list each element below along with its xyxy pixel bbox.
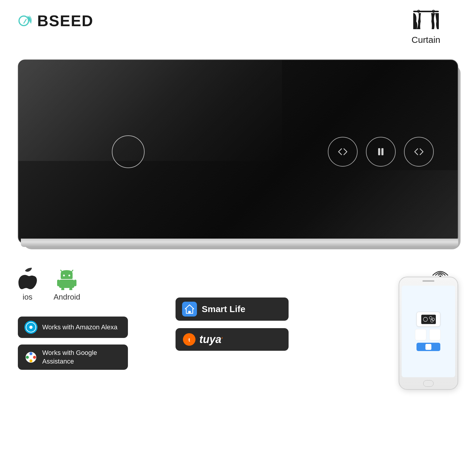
app-action-button [416,343,440,351]
svg-rect-4 [378,148,380,155]
svg-text:t: t [188,337,190,343]
badge-row: Works with Amazon Alexa Works with Goog [18,317,128,370]
google-icon [24,351,37,364]
alexa-icon [24,321,37,334]
switch-panel-wrapper [18,60,458,244]
platform-row: ios [18,268,128,302]
svg-point-20 [29,359,32,362]
svg-point-22 [29,356,32,359]
bseed-logo-icon [18,13,34,29]
apple-icon [18,268,37,290]
app-icon-1 [415,329,426,340]
curtain-pause-button[interactable] [366,137,396,167]
app-button-icon [425,344,431,350]
alexa-badge-text: Works with Amazon Alexa [42,323,118,332]
tuya-text: tuya› [199,333,223,346]
logo-area: BSEED [18,12,93,30]
smart-life-icon [182,302,197,317]
app-switch-icon [416,312,440,327]
panel-bottom-edge [21,239,458,247]
google-badge-text: Works with Google Assistance [42,349,121,366]
svg-rect-12 [74,280,76,286]
curtain-category: Curtain [411,9,440,45]
smart-life-badge: Smart Life [176,298,289,321]
curtain-icon [413,9,439,32]
app-icon-2 [429,329,441,340]
ios-label: ios [23,292,32,302]
curtain-controls [328,137,434,167]
svg-rect-5 [381,148,383,155]
ios-platform: ios [18,268,37,302]
android-icon [57,268,76,290]
svg-point-18 [29,352,32,355]
alexa-badge: Works with Amazon Alexa [18,317,128,338]
phone-mockup-area [399,277,458,390]
phone-home-button [423,380,434,387]
curtain-close-button[interactable] [404,137,434,167]
brand-name: BSEED [37,12,93,30]
switch-panel [18,60,458,244]
svg-point-8 [63,275,65,276]
smart-life-text: Smart Life [202,304,245,314]
svg-point-19 [33,356,36,359]
google-badge: Works with Google Assistance [18,345,128,370]
app-icons-grid [415,329,442,340]
tuya-logo: t tuya› [182,332,223,347]
curtain-label: Curtain [411,35,440,45]
android-platform: Android [54,268,80,302]
svg-point-21 [26,356,29,359]
svg-point-0 [19,16,29,26]
android-label: Android [54,292,80,302]
app-screen-content [408,312,449,351]
bottom-left-content: ios [18,268,128,370]
wifi-signal-area [431,266,449,278]
svg-rect-10 [59,280,74,288]
svg-rect-11 [57,280,60,286]
curtain-open-button[interactable] [328,137,358,167]
phone-speaker [422,280,434,282]
phone-screen [402,286,455,377]
touch-button-left[interactable] [112,135,145,168]
svg-point-16 [29,326,33,329]
svg-rect-1 [413,11,439,12]
tuya-badge: t tuya› [176,328,289,351]
phone-frame [399,277,458,390]
svg-point-9 [68,275,70,276]
svg-rect-23 [188,311,191,313]
